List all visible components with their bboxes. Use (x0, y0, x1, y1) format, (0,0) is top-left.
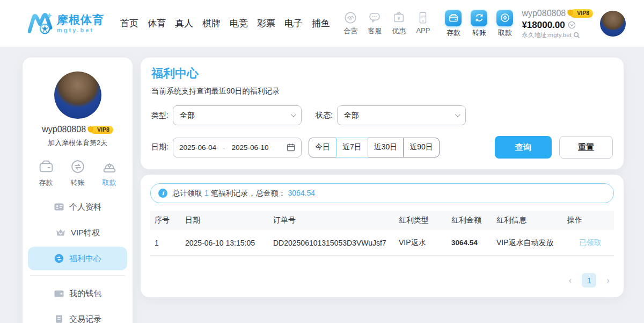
range-7days-button[interactable]: 近7日 (336, 138, 368, 157)
withdraw-icon (500, 13, 510, 23)
header-avatar[interactable] (600, 11, 626, 37)
join-days-text: 加入摩根体育第2天 (23, 138, 133, 148)
customer-service-link[interactable]: 客服 (364, 11, 385, 36)
header-username: wyp080808 (522, 8, 566, 19)
customer-service-icon (368, 11, 382, 25)
col-index: 序号 (152, 216, 183, 225)
profile-sidebar: wyp080808 VIP8 加入摩根体育第2天 存款 (23, 58, 133, 323)
withdraw-label: 取款 (498, 28, 512, 38)
col-action: 操作 (565, 216, 612, 225)
promo-label: 优惠 (392, 26, 406, 36)
svg-text:APP: APP (420, 15, 426, 18)
profile-vip-badge: VIP8 (90, 126, 113, 134)
deposit-icon (37, 157, 55, 176)
site-logo[interactable]: 摩根体育 mgty.bet (28, 11, 104, 36)
range-90days-button[interactable]: 近90日 (403, 138, 440, 157)
col-bonus-type: 红利类型 (397, 216, 449, 225)
withdraw-button[interactable]: 取款 (496, 10, 513, 38)
menu-divider (30, 275, 125, 276)
date-separator: - (219, 143, 229, 152)
vip-badge: VIP8 (570, 9, 593, 18)
balance-refresh-icon[interactable] (568, 21, 576, 29)
nav-lottery[interactable]: 彩票 (257, 17, 275, 30)
app-icon: APP (416, 11, 430, 25)
sidebar-item-vip[interactable]: VIP特权 (28, 221, 127, 245)
prev-page-button[interactable]: ‹ (569, 276, 572, 285)
nav-cards[interactable]: 棋牌 (202, 17, 221, 30)
sidebar-item-label: 个人资料 (69, 202, 101, 212)
next-page-button[interactable]: › (606, 276, 610, 285)
cell-order-no: DD202506101315053D3VWuJsf7 (271, 239, 397, 247)
table-header-row: 序号 日期 订单号 红利类型 红利金额 红利信息 操作 (150, 211, 614, 230)
logo-domain: mgty.bet (57, 27, 104, 33)
sidebar-item-welfare[interactable]: 福利中心 (28, 247, 127, 270)
main-nav: 首页 体育 真人 棋牌 电竞 彩票 电子 捕鱼 (120, 17, 330, 30)
header-right: 合营 客服 ¥ 优惠 (340, 8, 626, 39)
range-30days-button[interactable]: 近30日 (368, 138, 404, 157)
claimed-status-link[interactable]: 已领取 (565, 238, 612, 248)
status-select[interactable]: 全部 (337, 105, 466, 125)
permanent-address: 永久地址:mgty.bet (522, 31, 571, 39)
filter-row-date: 日期: 2025-06-04 - 2025-06-10 今日 近7日 (151, 136, 613, 159)
profile-username: wyp080808 (42, 125, 86, 134)
status-label: 状态: (316, 111, 333, 120)
reset-button[interactable]: 重置 (559, 136, 613, 159)
id-card-icon (54, 202, 64, 212)
profile-avatar[interactable] (54, 71, 101, 119)
date-range-input[interactable]: 2025-06-04 - 2025-06-10 (173, 138, 302, 157)
partner-link[interactable]: 合营 (340, 11, 361, 36)
promo-link[interactable]: ¥ 优惠 (389, 11, 409, 36)
summary-prefix: 总计领取 (172, 189, 202, 197)
sidebar-item-label: 福利中心 (69, 254, 101, 264)
range-today-button[interactable]: 今日 (309, 138, 336, 157)
app-link[interactable]: APP APP (413, 11, 433, 36)
transfer-button[interactable]: 转账 (471, 10, 487, 38)
search-icon[interactable] (573, 32, 580, 39)
svg-text:¥: ¥ (398, 16, 401, 21)
type-select[interactable]: 全部 (173, 105, 302, 125)
nav-esports[interactable]: 电竞 (230, 17, 248, 30)
transfer-label: 转账 (472, 28, 486, 38)
nav-slots[interactable]: 电子 (284, 17, 303, 30)
sidebar-item-label: VIP特权 (71, 228, 100, 238)
deposit-button[interactable]: 存款 (445, 10, 462, 38)
quick-links: 合营 客服 ¥ 优惠 (340, 11, 433, 36)
nav-sports[interactable]: 体育 (148, 17, 166, 30)
sidebar-transfer-button[interactable]: 转账 (69, 157, 87, 188)
calendar-icon (287, 143, 295, 152)
transfer-icon (474, 13, 484, 23)
page-1-button[interactable]: 1 (582, 273, 596, 288)
sidebar-item-profile[interactable]: 个人资料 (28, 195, 127, 219)
sidebar-item-transactions[interactable]: 交易记录 (28, 307, 127, 323)
nav-home[interactable]: 首页 (120, 17, 138, 30)
records-icon (54, 314, 64, 323)
sidebar-withdraw-button[interactable]: 取款 (100, 157, 119, 188)
crown-icon (55, 227, 66, 238)
summary-text: 总计领取 1 笔福利记录，总金额： 3064.54 (172, 189, 315, 198)
sidebar-item-label: 我的钱包 (69, 289, 101, 299)
vip-badge-label: VIP8 (577, 10, 589, 17)
date-range-presets: 今日 近7日 近30日 近90日 (309, 138, 440, 157)
query-button[interactable]: 查询 (495, 136, 552, 159)
nav-fishing[interactable]: 捕鱼 (312, 17, 330, 30)
profile-vip-label: VIP8 (97, 126, 109, 133)
result-card: i 总计领取 1 笔福利记录，总金额： 3064.54 序号 日期 订单号 红利… (141, 175, 624, 297)
deposit-icon (449, 13, 458, 23)
sidebar-deposit-label: 存款 (39, 178, 53, 188)
user-info: wyp080808 VIP8 ¥18000.00 永久地址:mgty.bet (522, 8, 593, 39)
sidebar-item-wallet[interactable]: 我的钱包 (28, 282, 127, 305)
benefits-table: 序号 日期 订单号 红利类型 红利金额 红利信息 操作 1 2025-06-10… (150, 211, 614, 256)
summary-amount: 3064.54 (288, 189, 315, 197)
nav-live[interactable]: 真人 (175, 17, 193, 30)
status-select-value: 全部 (344, 111, 455, 120)
type-label: 类型: (151, 111, 169, 120)
summary-bar: i 总计领取 1 笔福利记录，总金额： 3064.54 (150, 183, 614, 203)
main-content: 福利中心 当前系统支持查询最近90日的福利记录 类型: 全部 状态: 全部 日期… (141, 58, 624, 297)
cell-index: 1 (152, 239, 183, 247)
chevron-down-icon (291, 112, 296, 117)
wallet-buttons: 存款 转账 取款 (445, 10, 513, 38)
pagination: ‹ 1 › (150, 273, 614, 288)
sidebar-deposit-button[interactable]: 存款 (37, 157, 55, 188)
sidebar-transfer-label: 转账 (71, 178, 85, 188)
type-select-value: 全部 (180, 111, 291, 120)
